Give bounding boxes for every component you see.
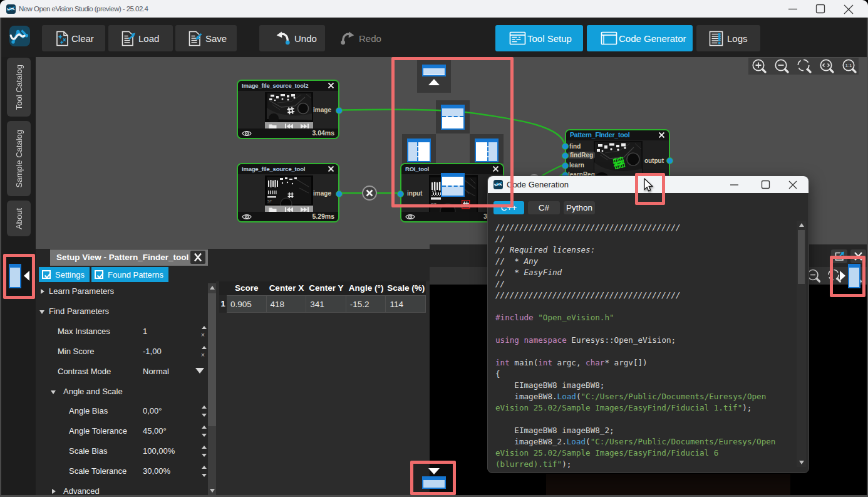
param-value[interactable]: 1 — [143, 327, 147, 336]
sidebar-tab-about[interactable]: About — [7, 201, 31, 236]
tree-row-scale-tolerance[interactable]: Scale Tolerance30,00% — [36, 461, 217, 481]
code-scrollbar[interactable] — [797, 221, 806, 467]
collapse-icon[interactable] — [51, 390, 56, 394]
expand-icon[interactable] — [41, 289, 44, 294]
scroll-up-icon[interactable] — [210, 286, 215, 290]
scroll-down-icon[interactable] — [799, 461, 804, 464]
spinner-down-icon[interactable] — [202, 474, 207, 477]
node-image-file-source-tool2[interactable]: Image_fIle_source_tool2 — [237, 80, 339, 139]
code-generation-window[interactable]: Code Generation C++ C# Python //////////… — [487, 175, 809, 473]
node-close-icon[interactable] — [328, 82, 334, 89]
spinner-up-icon[interactable] — [202, 346, 207, 349]
dropdown-icon[interactable] — [195, 368, 204, 374]
table-header-1[interactable]: Center X — [267, 281, 307, 295]
minimize-button[interactable] — [725, 176, 743, 193]
input-port-learn[interactable] — [562, 162, 569, 169]
clear-value-icon[interactable]: × — [201, 352, 205, 358]
code-generator-button[interactable]: Code Generator — [587, 25, 693, 51]
node-close-icon[interactable] — [658, 132, 665, 139]
expand-icon[interactable] — [52, 489, 56, 494]
input-port-findreg[interactable] — [562, 152, 569, 159]
table-cell[interactable]: -15.2 — [346, 295, 386, 313]
undo-button[interactable]: Undo — [259, 25, 325, 51]
settings-checkbox[interactable]: Settings — [39, 267, 90, 282]
zoom-width-icon[interactable] — [816, 58, 839, 75]
output-port[interactable] — [336, 191, 343, 197]
output-port[interactable] — [336, 107, 343, 114]
output-port[interactable] — [666, 157, 673, 164]
visibility-eye-icon[interactable] — [242, 130, 252, 137]
zoom-in-icon[interactable] — [748, 58, 771, 75]
window-titlebar[interactable]: New Open eVision Studio (preview) - 25.0… — [0, 0, 868, 18]
spinner-up-icon[interactable] — [202, 326, 207, 329]
param-value[interactable]: 30,00% — [143, 466, 170, 476]
close-button[interactable] — [783, 176, 802, 193]
tree-row-angle-and-scale[interactable]: Angle and Scale — [36, 382, 217, 402]
spinner-down-icon[interactable] — [202, 414, 207, 417]
spinner-down-icon[interactable] — [202, 454, 207, 457]
minimize-button[interactable] — [782, 0, 803, 18]
logs-button[interactable]: Logs — [696, 25, 760, 51]
tree-scrollbar[interactable] — [208, 283, 216, 495]
redo-button[interactable]: Redo — [339, 25, 383, 51]
tree-scrollbar-thumb[interactable] — [208, 293, 216, 426]
zoom-actual-size-icon[interactable]: 1:1 — [839, 58, 861, 75]
tree-row-contrast-mode[interactable]: Contrast ModeNormal — [36, 362, 217, 382]
node-preview[interactable] — [265, 92, 313, 122]
clear-value-icon[interactable]: × — [201, 332, 205, 338]
zoom-out-icon[interactable] — [771, 58, 793, 75]
node-image-file-source-tool[interactable]: Image_fIle_source_tool ST — [237, 163, 339, 222]
found-patterns-checkbox[interactable]: Found Patterns — [91, 267, 168, 282]
param-value[interactable]: 100,00% — [143, 446, 175, 456]
collapse-icon[interactable] — [39, 310, 44, 314]
tree-row-max-instances[interactable]: Max Instances1× — [36, 322, 217, 342]
tree-row-find-parameters[interactable]: Find Parameters — [36, 301, 217, 322]
close-button[interactable] — [838, 0, 859, 18]
spinner-up-icon[interactable] — [202, 405, 207, 409]
tree-row-scale-bias[interactable]: Scale Bias100,00% — [36, 441, 217, 461]
table-header-2[interactable]: Center Y — [306, 281, 346, 295]
spinner-down-icon[interactable] — [202, 434, 207, 437]
table-header-3[interactable]: Angle (°) — [346, 281, 386, 295]
spinner-up-icon[interactable] — [202, 446, 207, 449]
tree-row-learn-parameters[interactable]: Learn Parameters — [36, 281, 217, 301]
spinner-up-icon[interactable] — [202, 466, 207, 469]
tree-row-angle-tolerance[interactable]: Angle Tolerance45,00° — [36, 421, 217, 441]
visibility-eye-icon[interactable] — [242, 213, 252, 221]
tree-row-angle-bias[interactable]: Angle Bias0,00° — [36, 401, 217, 421]
sidebar-tab-sample-catalog[interactable]: Sample Catalog — [7, 121, 31, 196]
table-header-4[interactable]: Scale (%) — [386, 281, 426, 295]
setup-view-header[interactable]: Setup View - Pattern_Finder_tool — [50, 249, 208, 266]
scroll-up-icon[interactable] — [799, 223, 804, 227]
code-scrollbar-thumb[interactable] — [798, 230, 805, 284]
generated-code[interactable]: ////////////////////////////////////////… — [495, 222, 788, 460]
param-value[interactable]: -1,00 — [143, 347, 162, 356]
maximize-button[interactable] — [810, 0, 831, 18]
sidebar-tab-tool-catalog[interactable]: Tool Catalog — [7, 58, 31, 117]
tab-python[interactable]: Python — [564, 201, 595, 214]
save-button[interactable]: Save — [175, 25, 237, 51]
spinner-up-icon[interactable] — [202, 426, 207, 429]
setup-view-close-button[interactable] — [190, 251, 205, 264]
param-value[interactable]: Normal — [143, 367, 169, 376]
tree-row-min-score[interactable]: Min Score-1,00× — [36, 342, 217, 362]
param-value[interactable]: 45,00° — [143, 426, 167, 436]
table-cell[interactable]: 341 — [306, 295, 346, 313]
table-header-0[interactable]: Score — [227, 281, 267, 295]
input-port-find[interactable] — [562, 143, 569, 150]
tool-setup-button[interactable]: Tool Setup — [495, 25, 583, 51]
table-cell[interactable]: 418 — [267, 295, 307, 313]
tab-csharp[interactable]: C# — [528, 201, 560, 214]
link-delete-button[interactable] — [361, 185, 378, 201]
table-cell[interactable]: 114 — [386, 295, 426, 313]
param-value[interactable]: 0,00° — [143, 406, 162, 416]
node-preview[interactable]: ST — [265, 175, 313, 206]
load-button[interactable]: Load — [108, 25, 173, 51]
scroll-down-icon[interactable] — [210, 489, 215, 493]
maximize-button[interactable] — [756, 176, 775, 193]
node-close-icon[interactable] — [328, 165, 334, 172]
visibility-eye-icon[interactable] — [405, 213, 415, 221]
clear-button[interactable]: Clear — [42, 25, 105, 51]
table-cell[interactable]: 0.905 — [227, 295, 267, 313]
zoom-fit-icon[interactable] — [793, 58, 816, 75]
